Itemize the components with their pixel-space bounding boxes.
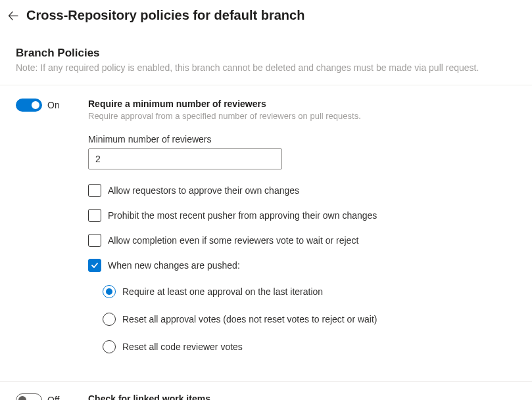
policy-body: Check for linked work items Encourage tr… xyxy=(88,393,516,400)
checkbox-allow-requestors: Allow requestors to approve their own ch… xyxy=(88,184,516,197)
radio-reset-all: Reset all code reviewer votes xyxy=(103,340,516,353)
radio-reset-approval: Reset all approval votes (does not reset… xyxy=(103,313,516,326)
checkbox-label: Allow requestors to approve their own ch… xyxy=(108,185,299,196)
checkbox-label: Prohibit the most recent pusher from app… xyxy=(108,210,377,221)
toggle-linked-work-items[interactable] xyxy=(16,393,42,400)
toggle-column: Off xyxy=(16,393,79,400)
policy-body: Require a minimum number of reviewers Re… xyxy=(88,99,516,368)
radio-require-one: Require at least one approval on the las… xyxy=(103,285,516,298)
min-reviewers-input[interactable] xyxy=(88,148,282,169)
back-arrow-icon[interactable] xyxy=(7,9,20,22)
checkbox-input[interactable] xyxy=(88,234,101,247)
section-note: Note: If any required policy is enabled,… xyxy=(16,62,516,73)
radio-label: Reset all approval votes (does not reset… xyxy=(122,314,377,324)
section-title: Branch Policies xyxy=(16,47,516,60)
toggle-label: Off xyxy=(47,395,59,400)
page-title: Cross-Repository policies for default br… xyxy=(26,8,304,23)
divider xyxy=(0,85,532,85)
checkbox-allow-completion: Allow completion even if some reviewers … xyxy=(88,234,516,247)
checkbox-input[interactable] xyxy=(88,209,101,222)
toggle-min-reviewers[interactable] xyxy=(16,99,42,112)
radio-input[interactable] xyxy=(103,285,116,298)
checkbox-list: Allow requestors to approve their own ch… xyxy=(88,184,516,353)
checkbox-prohibit-recent: Prohibit the most recent pusher from app… xyxy=(88,209,516,222)
checkbox-input[interactable] xyxy=(88,259,101,272)
toggle-column: On xyxy=(16,99,79,112)
radio-input[interactable] xyxy=(103,340,116,353)
page-header: Cross-Repository policies for default br… xyxy=(0,0,532,33)
radio-list: Require at least one approval on the las… xyxy=(103,285,516,353)
checkbox-label: Allow completion even if some reviewers … xyxy=(108,235,358,246)
policy-linked-work-items: Off Check for linked work items Encourag… xyxy=(16,393,516,400)
radio-input[interactable] xyxy=(103,313,116,326)
policy-title: Check for linked work items xyxy=(88,393,516,400)
divider xyxy=(0,381,532,382)
min-reviewers-label: Minimum number of reviewers xyxy=(88,134,516,144)
checkbox-when-pushed: When new changes are pushed: xyxy=(88,259,516,272)
checkbox-label: When new changes are pushed: xyxy=(108,260,240,271)
policy-desc: Require approval from a specified number… xyxy=(88,110,377,122)
radio-label: Reset all code reviewer votes xyxy=(122,342,243,352)
content-area: Branch Policies Note: If any required po… xyxy=(0,33,532,400)
toggle-label: On xyxy=(47,100,60,110)
policy-title: Require a minimum number of reviewers xyxy=(88,99,516,109)
checkbox-input[interactable] xyxy=(88,184,101,197)
policy-min-reviewers: On Require a minimum number of reviewers… xyxy=(16,99,516,368)
radio-label: Require at least one approval on the las… xyxy=(122,286,323,297)
